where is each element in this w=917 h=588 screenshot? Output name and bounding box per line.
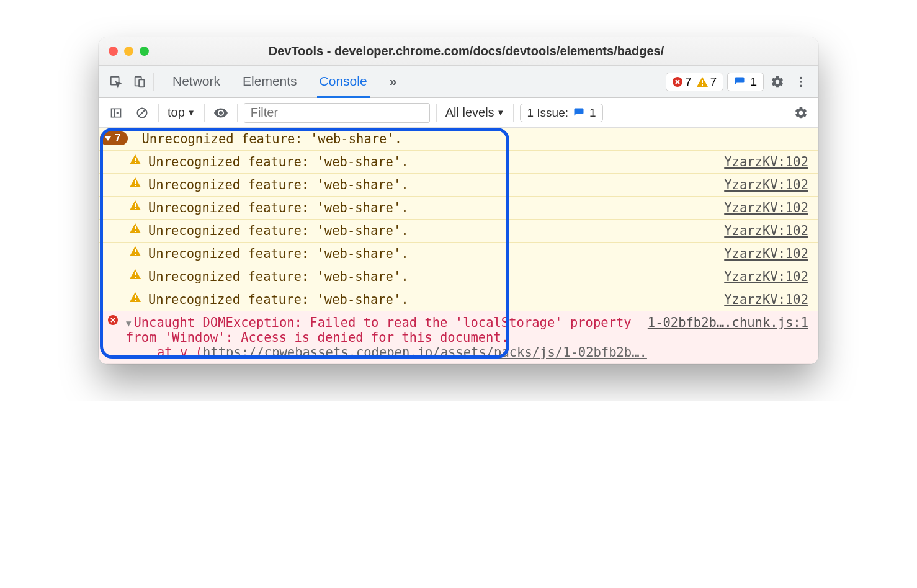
warning-count: 7	[697, 75, 717, 89]
issues-counter[interactable]: 1	[727, 73, 764, 91]
close-window-button[interactable]	[109, 47, 118, 56]
console-warning-row[interactable]: Unrecognized feature: 'web-share'.YzarzK…	[99, 151, 818, 174]
error-warning-counter[interactable]: 7 7	[666, 73, 723, 91]
error-icon	[106, 315, 120, 325]
group-message: Unrecognized feature: 'web-share'.	[141, 131, 808, 146]
log-level-selector[interactable]: All levels ▼	[443, 104, 508, 121]
svg-point-8	[800, 84, 802, 87]
warning-source-link[interactable]: YzarzKV:102	[724, 269, 808, 284]
console-toolbar: top ▼ All levels ▼ 1 Issue: 1	[99, 98, 818, 128]
panel-tabs: Network Elements Console »	[170, 68, 399, 96]
svg-rect-14	[135, 162, 136, 163]
console-warning-row[interactable]: Unrecognized feature: 'web-share'.YzarzK…	[99, 288, 818, 311]
svg-rect-17	[135, 203, 136, 207]
warning-icon	[128, 177, 142, 187]
settings-icon[interactable]	[767, 72, 787, 92]
warning-message: Unrecognized feature: 'web-share'.	[148, 177, 714, 192]
warning-source-link[interactable]: YzarzKV:102	[724, 223, 808, 238]
kebab-menu-icon[interactable]	[791, 72, 811, 92]
warning-message: Unrecognized feature: 'web-share'.	[148, 200, 714, 215]
filter-input[interactable]	[244, 103, 430, 123]
svg-point-7	[800, 81, 802, 83]
warning-source-link[interactable]: YzarzKV:102	[724, 177, 808, 192]
context-selector[interactable]: top ▼	[165, 104, 198, 121]
svg-rect-13	[135, 158, 136, 161]
warning-source-link[interactable]: YzarzKV:102	[724, 246, 808, 261]
warning-source-link[interactable]: YzarzKV:102	[724, 200, 808, 215]
console-settings-icon[interactable]	[791, 103, 811, 123]
error-stack: at v (https://cpwebassets.codepen.io/ass…	[157, 345, 808, 360]
svg-point-6	[800, 76, 802, 79]
separator	[513, 104, 514, 122]
traffic-lights	[109, 47, 149, 56]
chevron-down-icon: ▼	[497, 108, 505, 117]
separator	[158, 104, 159, 122]
warning-group-header[interactable]: 7 Unrecognized feature: 'web-share'.	[99, 128, 818, 151]
tab-network[interactable]: Network	[170, 68, 223, 96]
console-warning-row[interactable]: Unrecognized feature: 'web-share'.YzarzK…	[99, 197, 818, 220]
svg-rect-20	[135, 231, 136, 232]
svg-rect-22	[135, 254, 136, 255]
separator	[153, 73, 154, 91]
svg-rect-9	[112, 109, 121, 117]
svg-rect-19	[135, 226, 136, 229]
console-error-row[interactable]: ▼Uncaught DOMException: Failed to read t…	[99, 311, 818, 364]
warning-icon	[128, 200, 142, 210]
device-toggle-icon[interactable]	[130, 72, 150, 92]
collapse-icon	[105, 135, 111, 141]
chevron-down-icon: ▼	[187, 108, 195, 117]
warning-icon	[128, 154, 142, 164]
error-message: ▼Uncaught DOMException: Failed to read t…	[126, 315, 638, 345]
window-title: DevTools - developer.chrome.com/docs/dev…	[174, 44, 759, 58]
warning-message: Unrecognized feature: 'web-share'.	[148, 223, 714, 238]
separator	[237, 104, 238, 122]
warning-icon	[128, 246, 142, 256]
warning-message: Unrecognized feature: 'web-share'.	[148, 246, 714, 261]
console-warning-row[interactable]: Unrecognized feature: 'web-share'.YzarzK…	[99, 174, 818, 197]
warning-message: Unrecognized feature: 'web-share'.	[148, 154, 714, 169]
warning-icon	[128, 269, 142, 279]
svg-rect-2	[139, 79, 144, 87]
console-warning-row[interactable]: Unrecognized feature: 'web-share'.YzarzK…	[99, 220, 818, 243]
issues-icon	[734, 76, 745, 87]
issues-button[interactable]: 1 Issue: 1	[520, 104, 602, 122]
warning-icon	[128, 223, 142, 233]
svg-rect-16	[135, 185, 136, 186]
svg-rect-25	[135, 295, 136, 298]
error-source-link[interactable]: 1-02bfb2b….chunk.js:1	[648, 315, 808, 345]
disclosure-icon: ▼	[126, 318, 131, 328]
stack-link[interactable]: https://cpwebassets.codepen.io/assets/pa…	[203, 345, 647, 360]
issues-icon	[573, 107, 584, 118]
svg-rect-21	[135, 249, 136, 252]
console-warning-row[interactable]: Unrecognized feature: 'web-share'.YzarzK…	[99, 243, 818, 265]
tab-console[interactable]: Console	[317, 68, 370, 98]
devtools-window: DevTools - developer.chrome.com/docs/dev…	[99, 37, 818, 364]
live-expression-icon[interactable]	[211, 103, 231, 123]
minimize-window-button[interactable]	[124, 47, 133, 56]
svg-rect-5	[702, 84, 703, 86]
svg-rect-24	[135, 277, 136, 278]
separator	[204, 104, 205, 122]
inspect-element-icon[interactable]	[106, 72, 126, 92]
svg-rect-26	[135, 300, 136, 301]
svg-line-12	[139, 110, 145, 116]
svg-rect-15	[135, 180, 136, 184]
error-count: 7	[673, 75, 692, 89]
separator	[436, 104, 437, 122]
tab-elements[interactable]: Elements	[240, 68, 300, 96]
warning-message: Unrecognized feature: 'web-share'.	[148, 292, 714, 307]
group-count-badge: 7	[100, 131, 128, 145]
warning-source-link[interactable]: YzarzKV:102	[724, 154, 808, 169]
console-sidebar-toggle-icon[interactable]	[106, 103, 126, 123]
warning-message: Unrecognized feature: 'web-share'.	[148, 269, 714, 284]
error-icon	[673, 77, 682, 87]
warning-icon	[128, 292, 142, 302]
maximize-window-button[interactable]	[140, 47, 149, 56]
warning-icon	[697, 77, 708, 87]
console-output: 7 Unrecognized feature: 'web-share'. Unr…	[99, 128, 818, 364]
warning-source-link[interactable]: YzarzKV:102	[724, 292, 808, 307]
console-warning-row[interactable]: Unrecognized feature: 'web-share'.YzarzK…	[99, 265, 818, 288]
svg-rect-4	[702, 80, 703, 83]
tab-more[interactable]: »	[387, 68, 400, 96]
clear-console-icon[interactable]	[132, 103, 152, 123]
